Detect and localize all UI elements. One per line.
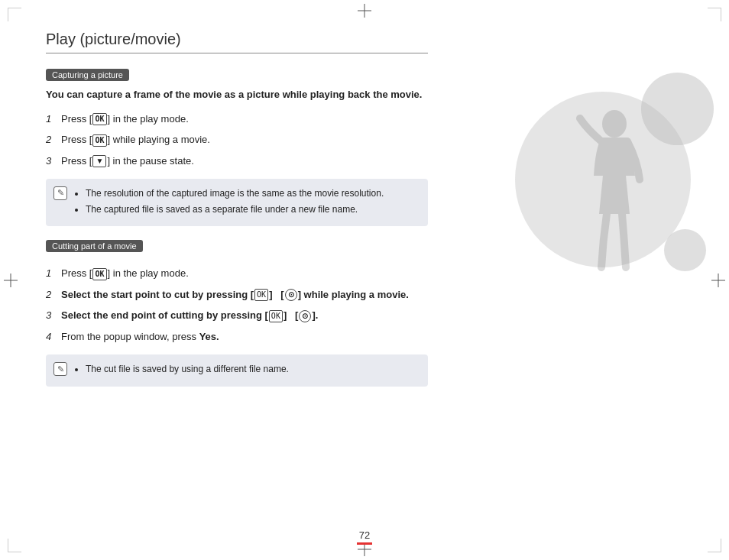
step-num-1-2: 2: [46, 132, 58, 147]
section1-notes: The resolution of the captured image is …: [73, 186, 417, 217]
corner-br: [708, 539, 721, 552]
deco-circle-large: [515, 92, 691, 267]
section2-badge: Cutting part of a movie: [46, 240, 143, 252]
note-icon-1: ✎: [53, 186, 67, 200]
step-num-1-1: 1: [46, 112, 58, 127]
crosshair-left: [4, 274, 18, 287]
corner-bl: [8, 539, 21, 552]
step-1-2: 2 Press [OK] while playing a movie.: [46, 132, 428, 147]
section1-intro: You can capture a frame of the movie as …: [46, 87, 428, 102]
page-number-text: 72: [357, 529, 372, 541]
crosshair-right: [711, 274, 725, 287]
circle-icon-2: ⊙: [299, 310, 311, 322]
corner-tl: [8, 8, 21, 21]
ok-icon-2: OK: [92, 134, 106, 147]
section-capturing: Capturing a picture You can capture a fr…: [46, 69, 428, 226]
ok-icon-3: OK: [92, 268, 106, 280]
ok-icon-4: OK: [254, 289, 268, 301]
step-num-2-1: 1: [46, 266, 58, 281]
note-icon-2: ✎: [53, 362, 67, 376]
section2-note-1: The cut file is saved by using a differe…: [86, 362, 417, 377]
ok-icon-5: OK: [269, 310, 283, 322]
step-1-3-text: Press [▼] in the pause state.: [61, 154, 194, 169]
section2-notes: The cut file is saved by using a differe…: [73, 362, 417, 377]
section-cutting: Cutting part of a movie 1 Press [OK] in …: [46, 240, 428, 386]
step-2-4: 4 From the popup window, press Yes.: [46, 329, 428, 345]
step-2-2-text: Select the start point to cut by pressin…: [61, 287, 409, 303]
step-2-2: 2 Select the start point to cut by press…: [46, 287, 428, 303]
left-column: Play (picture/movie) Capturing a picture…: [46, 31, 428, 400]
section2-steps: 1 Press [OK] in the play mode. 2 Select …: [46, 266, 428, 344]
step-2-4-text: From the popup window, press Yes.: [61, 329, 219, 345]
step-2-1: 1 Press [OK] in the play mode.: [46, 266, 428, 281]
step-1-1-text: Press [OK] in the play mode.: [61, 112, 189, 127]
deco-circle-medium: [641, 73, 714, 145]
page-container: Play (picture/movie) Capturing a picture…: [0, 0, 729, 560]
section2-note-box: ✎ The cut file is saved by using a diffe…: [46, 354, 428, 386]
deco-circle-small: [664, 229, 706, 271]
step-num-2-3: 3: [46, 308, 58, 323]
yes-bold: Yes.: [199, 331, 219, 342]
step-num-2-4: 4: [46, 329, 58, 345]
page-number-area: 72: [357, 529, 372, 545]
circle-icon-1: ⊙: [285, 289, 297, 301]
step-2-3-text: Select the end point of cutting by press…: [61, 308, 318, 323]
section1-note-box: ✎ The resolution of the captured image i…: [46, 179, 428, 226]
human-silhouette: [572, 107, 656, 290]
ok-icon-1: OK: [92, 113, 106, 125]
step-1-1: 1 Press [OK] in the play mode.: [46, 112, 428, 127]
section1-badge: Capturing a picture: [46, 69, 129, 81]
section1-note-1: The resolution of the captured image is …: [86, 186, 417, 201]
svg-point-0: [602, 110, 627, 138]
down-icon: ▼: [92, 155, 106, 167]
corner-tr: [708, 8, 721, 21]
step-2-3: 3 Select the end point of cutting by pre…: [46, 308, 428, 323]
step-num-2-2: 2: [46, 287, 58, 303]
section1-note-2: The captured file is saved as a separate…: [86, 202, 417, 217]
step-1-2-text: Press [OK] while playing a movie.: [61, 132, 210, 147]
page-number-bar: [357, 542, 372, 545]
decorative-area: [439, 61, 729, 458]
step-2-1-text: Press [OK] in the play mode.: [61, 266, 189, 281]
step-num-1-3: 3: [46, 154, 58, 169]
step-1-3: 3 Press [▼] in the pause state.: [46, 154, 428, 169]
crosshair-top: [358, 4, 371, 18]
section1-steps: 1 Press [OK] in the play mode. 2 Press […: [46, 112, 428, 169]
page-title: Play (picture/movie): [46, 31, 428, 53]
